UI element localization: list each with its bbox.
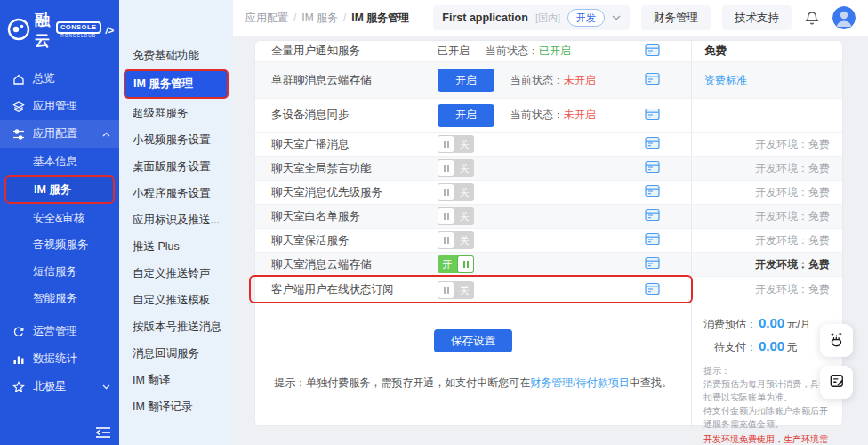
service-toggle-off[interactable]: 关 [438,207,474,225]
sidebar-item-operations[interactable]: 运营管理 [0,318,119,345]
submenu-item-desktop[interactable]: 桌面版服务设置 [119,153,233,180]
status-badge: 未开启 [564,109,596,121]
price-label: 免费 [692,44,727,59]
sidebar-item-basic-info[interactable]: 基本信息 [0,148,119,174]
sliders-icon [12,128,25,141]
service-toggle-off[interactable]: 关 [438,281,474,299]
billing-calendar-icon[interactable] [645,282,660,298]
brand-name: 融云 [35,10,52,51]
feedback-survey-button[interactable] [820,324,853,357]
star-icon [12,381,25,393]
home-icon [12,73,25,85]
feedback-form-button[interactable] [820,366,853,399]
console-badge: CONSOLE RONGCLOUD [56,21,101,38]
app-region: [国内] [535,12,560,25]
submenu-item-message-callback[interactable]: 消息回调服务 [119,340,233,367]
service-toggle-off[interactable]: 关 [438,183,474,201]
edit-note-icon [828,372,846,392]
table-row: 聊天室广播消息 关 开发环境：免费 [255,133,842,157]
billing-calendar-icon[interactable] [645,160,660,176]
chevron-down-icon [102,384,110,390]
app-name: First application [442,12,528,24]
submenu-item-im-translation[interactable]: IM 翻译 [119,367,233,393]
table-row: 聊天室消息云端存储 开 开发环境：免费 [255,253,842,277]
enable-button[interactable]: 开启 [438,69,494,92]
sidebar-item-statistics[interactable]: 数据统计 [0,345,119,373]
table-row: 单群聊消息云端存储 开启 当前状态：未开启 资费标准 [255,62,842,99]
top-header: 应用配置 / IM 服务 / IM 服务管理 First application… [233,0,868,36]
code-glyph: /> [106,25,114,36]
breadcrumb-current: IM 服务管理 [351,11,409,26]
sidebar-item-sms-service[interactable]: 短信服务 [0,258,119,285]
billing-calendar-icon[interactable] [645,208,660,224]
submenu-item-miniprogram[interactable]: 小程序服务设置 [119,180,233,206]
billing-calendar-icon[interactable] [645,108,660,124]
submenu-item-app-id-push[interactable]: 应用标识及推送... [119,206,233,233]
submenu-item-custom-ringtone[interactable]: 自定义推送铃声 [119,260,233,287]
service-toggle-off[interactable]: 关 [438,159,474,177]
submenu-item-push-by-version[interactable]: 按版本号推送消息 [119,313,233,340]
nav-tech-support[interactable]: 技术支持 [722,5,792,30]
user-avatar[interactable] [832,6,856,29]
breadcrumb-app-config[interactable]: 应用配置 [245,11,288,26]
save-settings-button[interactable]: 保存设置 [434,329,512,352]
sidebar-item-im-service[interactable]: IM 服务 [4,175,115,204]
billing-calendar-icon[interactable] [645,184,660,200]
sidebar-item-rtc-service[interactable]: 音视频服务 [0,231,119,258]
price-label: 开发环境：免费 [755,161,842,176]
pending-payment-link[interactable]: 待付款项目 [576,376,630,389]
submenu-item-im-translation-log[interactable]: IM 翻译记录 [119,393,233,420]
price-label: 开发环境：免费 [755,137,842,152]
table-row: 聊天室消息优先级服务 关 开发环境：免费 [255,181,842,205]
service-toggle-on[interactable]: 开 [438,255,474,273]
enable-button[interactable]: 开启 [438,104,494,127]
billing-calendar-icon[interactable] [645,256,660,272]
nav-finance-management[interactable]: 财务管理 [641,5,711,30]
price-label: 开发环境：免费 [755,257,842,272]
billing-calendar-icon[interactable] [645,232,660,248]
sidebar-item-overview[interactable]: 总览 [0,65,119,93]
sidebar-item-security-audit[interactable]: 安全&审核 [0,205,119,231]
sidebar-item-app-config[interactable]: 应用配置 [0,120,119,148]
service-toggle-off[interactable]: 关 [438,231,474,249]
sidebar-collapse-icon[interactable] [95,426,111,439]
price-label: 开发环境：免费 [755,282,842,297]
submenu-item-free-basics[interactable]: 免费基础功能 [119,42,233,69]
rongcloud-logo-icon [7,18,30,44]
env-pill: 开发 [567,9,605,27]
sidebar-item-app-management[interactable]: 应用管理 [0,93,119,120]
submenu-item-custom-template[interactable]: 自定义推送模板 [119,287,233,313]
service-toggle-off[interactable]: 关 [438,135,474,153]
submenu-item-im-service-management[interactable]: IM 服务管理 [124,69,229,99]
sidebar-item-ai-service[interactable]: 智能服务 [0,285,119,312]
env-warning: 开发环境免费使用，生产环境需要预存开通服务 [703,433,831,445]
price-label: 开发环境：免费 [755,185,842,200]
pricing-standard-link[interactable]: 资费标准 [692,73,747,88]
table-row: 全量用户通知服务 已开启 当前状态：已开启 免费 [255,41,842,62]
chevron-down-icon [612,15,621,20]
sync-icon [12,326,25,338]
table-row: 聊天室保活服务 关 开发环境：免费 [255,229,842,253]
billing-summary: 消费预估：0.00元/月 待支付：0.00元 提示： 消费预估为每月预计消费，具… [691,303,842,425]
chevron-up-icon [102,132,110,137]
payment-hint: 提示：单独付费服务，需预存开通，如支付中断您可在财务管理/待付款项目中查找。 [255,376,691,391]
breadcrumb-im-service[interactable]: IM 服务 [301,11,338,26]
status-badge: 已开启 [539,44,571,57]
hand-stars-icon [827,330,846,352]
submenu-item-push-plus[interactable]: 推送 Plus [119,233,233,260]
table-row: 多设备消息同步 开启 当前状态：未开启 [255,99,842,133]
submenu-item-super-group[interactable]: 超级群服务 [119,100,233,126]
brand-logo[interactable]: 融云 CONSOLE RONGCLOUD /> [0,0,119,60]
billing-calendar-icon[interactable] [645,72,660,88]
service-settings-card: 全量用户通知服务 已开启 当前状态：已开启 免费 单群聊消息云端存储 开启 当前… [254,40,843,426]
billing-calendar-icon[interactable] [645,136,660,152]
submenu-item-short-video[interactable]: 小视频服务设置 [119,126,233,153]
layers-icon [12,101,25,113]
card-footer: 保存设置 提示：单独付费服务，需预存开通，如支付中断您可在财务管理/待付款项目中… [255,303,842,425]
notification-bell-icon[interactable] [803,9,821,28]
finance-management-link[interactable]: 财务管理 [530,376,573,389]
app-switcher[interactable]: First application [国内] 开发 [433,5,630,30]
status-text: 已开启 [438,44,470,59]
sidebar-item-north-star[interactable]: 北极星 [0,373,119,400]
billing-calendar-icon[interactable] [645,44,660,60]
